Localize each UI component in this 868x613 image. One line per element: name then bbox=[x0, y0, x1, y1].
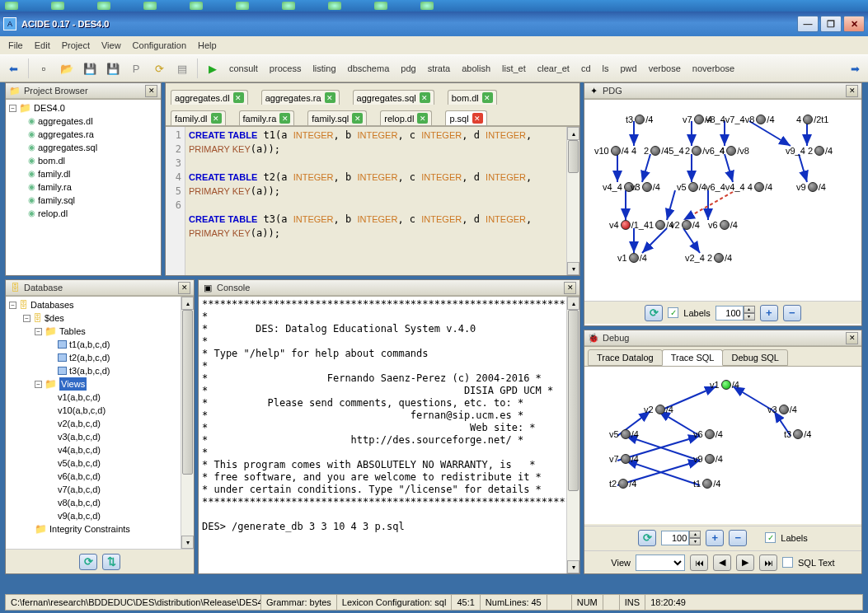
graph-node[interactable]: v6/4 bbox=[693, 429, 723, 439]
cmd-consult[interactable]: consult bbox=[226, 62, 261, 75]
tab-close-icon[interactable]: ✕ bbox=[417, 113, 428, 124]
graph-node[interactable]: 4/v8 bbox=[720, 146, 749, 156]
views-label[interactable]: Views bbox=[59, 377, 87, 391]
scroll-up-button[interactable]: ▴ bbox=[567, 127, 579, 140]
db-view[interactable]: v7(a,b,c,d) bbox=[7, 483, 192, 496]
nav-prev-button[interactable]: ◀ bbox=[713, 555, 731, 571]
console-scrollbar[interactable]: ▴ ▾ bbox=[566, 297, 579, 573]
tab-close-icon[interactable]: ✕ bbox=[211, 113, 222, 124]
db-table[interactable]: t2(a,b,c,d) bbox=[7, 351, 192, 364]
spin-up[interactable]: ▴ bbox=[744, 306, 755, 313]
db-view[interactable]: v6(a,b,c,d) bbox=[7, 470, 192, 483]
project-file[interactable]: ◉aggregates.ra bbox=[7, 128, 159, 141]
tab-close-icon[interactable]: ✕ bbox=[352, 113, 363, 124]
project-file[interactable]: ◉bom.dl bbox=[7, 154, 159, 167]
cmd-strata[interactable]: strata bbox=[425, 62, 454, 75]
panel-close-button[interactable]: ✕ bbox=[178, 282, 190, 294]
editor-tab[interactable]: bom.dl✕ bbox=[448, 90, 497, 105]
tab-close-icon[interactable]: ✕ bbox=[279, 113, 290, 124]
print-button[interactable]: P bbox=[126, 58, 146, 78]
tree-toggle[interactable]: − bbox=[9, 105, 16, 112]
graph-node[interactable]: v6/4 bbox=[708, 220, 738, 230]
zoom-spinner[interactable]: ▴▾ bbox=[716, 306, 755, 321]
cmd-noverbose[interactable]: noverbose bbox=[689, 62, 738, 75]
cmd-list_et[interactable]: list_et bbox=[499, 62, 529, 75]
debug-tab[interactable]: Trace SQL bbox=[662, 349, 724, 366]
zoom-in-button[interactable]: + bbox=[706, 530, 724, 546]
editor-tab[interactable]: family.dl✕ bbox=[171, 110, 226, 125]
console-output[interactable]: ****************************************… bbox=[199, 297, 579, 535]
project-file[interactable]: ◉family.ra bbox=[7, 180, 159, 194]
db-sync-button[interactable]: ⇅ bbox=[102, 554, 120, 570]
graph-node[interactable]: v9/4 bbox=[693, 454, 723, 464]
graph-node[interactable]: t1/4 bbox=[693, 479, 720, 489]
scroll-up-button[interactable]: ▴ bbox=[181, 297, 194, 310]
db-table[interactable]: t1(a,b,c,d) bbox=[7, 338, 192, 351]
project-file[interactable]: ◉family.sql bbox=[7, 194, 159, 207]
project-file[interactable]: ◉family.dl bbox=[7, 167, 159, 180]
editor-tab[interactable]: aggregates.sql✕ bbox=[353, 90, 434, 105]
zoom-input[interactable] bbox=[716, 306, 744, 321]
menu-configuration[interactable]: Configuration bbox=[128, 39, 191, 52]
editor-tab[interactable]: p.sql✕ bbox=[445, 110, 486, 125]
graph-node[interactable]: v9_4 2/4 bbox=[786, 146, 833, 156]
close-button[interactable]: ✕ bbox=[843, 16, 865, 32]
db-table[interactable]: t3(a,b,c,d) bbox=[7, 364, 192, 377]
db-view[interactable]: v10(a,b,c,d) bbox=[7, 404, 192, 417]
menu-help[interactable]: Help bbox=[193, 39, 222, 52]
panel-close-button[interactable]: ✕ bbox=[564, 282, 576, 294]
refresh-button[interactable]: ⟳ bbox=[149, 58, 169, 78]
db-view[interactable]: v1(a,b,c,d) bbox=[7, 391, 192, 404]
save-button[interactable]: 💾 bbox=[80, 58, 100, 78]
debug-zoom-spinner[interactable]: ▴▾ bbox=[661, 531, 701, 545]
cmd-process[interactable]: process bbox=[266, 62, 305, 75]
menu-file[interactable]: File bbox=[3, 39, 28, 52]
project-file[interactable]: ◉aggregates.sql bbox=[7, 141, 159, 154]
spin-down[interactable]: ▾ bbox=[744, 313, 755, 321]
cmd-pwd[interactable]: pwd bbox=[617, 62, 640, 75]
tab-close-icon[interactable]: ✕ bbox=[233, 92, 244, 103]
editor-tab[interactable]: aggregates.dl✕ bbox=[171, 90, 248, 105]
labels-checkbox[interactable]: ✓ bbox=[668, 307, 678, 318]
graph-node[interactable]: v3/4 bbox=[767, 405, 797, 414]
cmd-cd[interactable]: cd bbox=[578, 62, 594, 75]
nav-first-button[interactable]: ⏮ bbox=[690, 555, 708, 571]
project-file[interactable]: ◉aggregates.dl bbox=[7, 115, 159, 128]
graph-node[interactable]: v6_4v4_4 4/4 bbox=[706, 182, 772, 192]
project-tree[interactable]: −📁DES4.0 ◉aggregates.dl◉aggregates.ra◉ag… bbox=[6, 100, 161, 222]
tree-toggle[interactable]: − bbox=[35, 328, 42, 335]
zoom-out-button[interactable]: − bbox=[729, 530, 747, 546]
tree-toggle[interactable]: − bbox=[23, 315, 30, 322]
db-view[interactable]: v3(a,b,c,d) bbox=[7, 430, 192, 443]
graph-node[interactable]: t2/4 bbox=[609, 479, 636, 489]
forward-button[interactable]: ➡ bbox=[845, 58, 865, 78]
editor-tab[interactable]: aggregates.ra✕ bbox=[261, 90, 340, 105]
editor-tab[interactable]: family.ra✕ bbox=[239, 110, 295, 125]
graph-node[interactable]: 4/2t1 bbox=[796, 115, 828, 124]
graph-node[interactable]: v5/4 bbox=[609, 429, 639, 439]
scroll-down-button[interactable]: ▾ bbox=[181, 536, 194, 549]
scroll-thumb[interactable] bbox=[568, 310, 579, 491]
cmd-listing[interactable]: listing bbox=[309, 62, 339, 75]
zoom-out-button[interactable]: − bbox=[783, 305, 801, 321]
tab-close-icon[interactable]: ✕ bbox=[482, 92, 493, 103]
scroll-up-button[interactable]: ▴ bbox=[567, 297, 579, 310]
zoom-input[interactable] bbox=[661, 531, 689, 545]
project-file[interactable]: ◉relop.dl bbox=[7, 207, 159, 220]
graph-node[interactable]: v2/4 bbox=[670, 220, 700, 230]
tab-close-icon[interactable]: ✕ bbox=[472, 113, 483, 124]
graph-node[interactable]: v5/4 bbox=[677, 182, 706, 192]
database-tree[interactable]: −🗄Databases −🗄$des −📁Tables t1(a,b,c,d)t… bbox=[6, 297, 194, 537]
panel-close-button[interactable]: ✕ bbox=[145, 85, 157, 97]
db-refresh-button[interactable]: ⟳ bbox=[79, 554, 97, 570]
graph-node[interactable]: v10/4 4 bbox=[594, 146, 636, 156]
editor-scrollbar[interactable]: ▴ ▾ bbox=[566, 127, 579, 275]
cmd-clear_et[interactable]: clear_et bbox=[534, 62, 573, 75]
graph-node[interactable]: v3/4 bbox=[631, 182, 660, 192]
open-button[interactable]: 📂 bbox=[57, 58, 77, 78]
db-view[interactable]: v5(a,b,c,d) bbox=[7, 456, 192, 470]
cmd-ls[interactable]: ls bbox=[599, 62, 612, 75]
debug-tab[interactable]: Trace Datalog bbox=[588, 349, 663, 366]
nav-last-button[interactable]: ⏭ bbox=[759, 555, 777, 571]
tab-close-icon[interactable]: ✕ bbox=[325, 92, 335, 103]
